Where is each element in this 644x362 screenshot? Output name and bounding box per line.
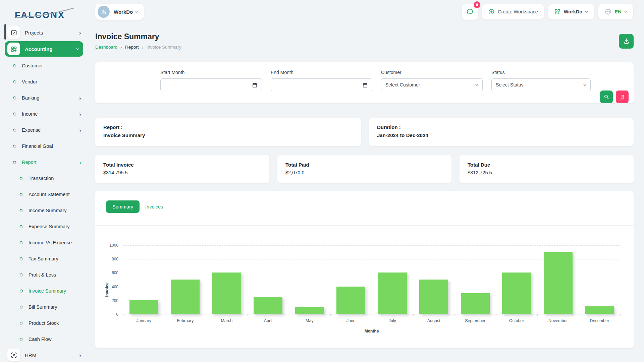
chevron-down-icon: › [582,84,588,86]
x-axis-tick [496,314,496,316]
menu-bullet-icon [13,128,16,132]
bar-september[interactable] [461,293,490,314]
sidebar-item-profit-loss[interactable]: Profit & Loss [0,267,87,283]
sidebar-item-customer[interactable]: Customer [0,58,87,74]
sidebar-item-income-summary[interactable]: Income Summary [0,202,87,219]
sidebar-item-label: Financial Goal [22,143,53,149]
customer-select[interactable]: Select Customer › [381,78,483,91]
bar-january[interactable] [129,300,158,314]
sidebar-item-income-vs-expense[interactable]: Income Vs Expense [0,235,87,251]
globe-icon [604,8,612,15]
bars-layer [123,245,620,314]
menu-bullet-icon [19,177,23,180]
menu-bullet-icon [19,209,23,213]
clear-filter-icon [620,94,625,100]
x-axis-label: February [165,318,206,323]
tab-summary[interactable]: Summary [106,200,140,213]
x-axis-label: December [579,318,621,323]
bar-slot [165,245,206,314]
app-menu-button[interactable]: WorkDo › [548,4,594,19]
bar-slot [579,245,621,314]
bar-august[interactable] [419,280,448,314]
bar-may[interactable] [295,307,324,314]
bar-slot [206,245,248,314]
app-menu-label: WorkDo [564,9,582,14]
sidebar-item-transaction[interactable]: Transaction [0,170,87,186]
report-card: Report : Invoice Summary [95,118,361,146]
sidebar-item-vendor[interactable]: Vendor [0,74,87,90]
category-icon [10,46,17,53]
y-axis-tick-label: 0 [102,312,118,317]
language-code: EN [615,9,622,14]
sidebar-item-banking[interactable]: Banking› [0,90,87,106]
breadcrumb-item[interactable]: Report [125,45,139,50]
sidebar-item-accounting[interactable]: Accounting› [5,41,83,57]
logo-text: FALCONX [15,10,65,20]
bar-december[interactable] [585,306,614,314]
sidebar-item-hrm[interactable]: HRM› [0,347,87,362]
chevron-right-icon: › [79,95,81,101]
bar-november[interactable] [544,252,573,314]
bar-june[interactable] [336,287,365,314]
summary-info-row: Report : Invoice Summary Duration : Jan-… [95,118,634,146]
sidebar-item-cash-flow[interactable]: Cash Flow [0,331,87,347]
total-paid-value: $2,070.0 [285,170,443,175]
x-axis-title: Months [123,329,620,334]
bar-march[interactable] [212,273,241,314]
sidebar-item-income[interactable]: Income› [0,106,87,122]
logo: FALCONX [0,0,87,24]
sidebar-item-tax-summary[interactable]: Tax Summary [0,251,87,267]
total-due-label: Total Due [468,162,626,168]
sidebar-item-invoice-summary[interactable]: Invoice Summary [0,283,87,299]
sidebar-item-account-statement[interactable]: Account Statement [0,186,87,202]
customer-field: Customer Select Customer › [381,70,483,103]
status-select[interactable]: Select Status › [491,78,591,91]
workspace-switcher[interactable]: WorkDo › [95,4,144,20]
sidebar-item-bill-summary[interactable]: Bill Summary [0,299,87,315]
bar-april[interactable] [254,297,282,314]
sidebar-nav: Projects›Accounting›CustomerVendorBankin… [0,24,87,362]
download-button[interactable] [619,34,634,49]
status-label: Status [491,70,591,75]
menu-bullet-icon [13,80,16,84]
start-month-placeholder: --------- ---- [165,82,191,87]
menu-bullet-icon [13,161,16,164]
x-axis-tick [454,314,455,316]
create-workspace-button[interactable]: Create Workspace [482,4,544,19]
chevron-down-icon: › [134,11,141,13]
sidebar-item-expense[interactable]: Expense› [0,122,87,138]
report-card-value: Invoice Summary [103,132,353,138]
language-selector[interactable]: EN › [598,4,633,19]
sidebar-item-label: Transaction [29,176,54,181]
plus-circle-icon [488,8,495,15]
invoice-bar-chart: Invoice 02004006008001000 JanuaryFebruar… [123,245,620,334]
sidebar-scrollbar-thumb[interactable] [4,24,6,40]
x-axis-tick [579,314,579,316]
tab-invoices[interactable]: Invoices [145,204,163,209]
sidebar-item-report[interactable]: Report› [0,154,87,170]
reset-filter-button[interactable] [616,90,629,103]
bar-july[interactable] [378,273,407,314]
sidebar-item-projects[interactable]: Projects› [0,25,87,40]
search-icon [603,94,609,100]
end-month-input[interactable]: --------- ---- [271,78,372,91]
bar-february[interactable] [171,280,200,314]
apply-filter-button[interactable] [600,90,613,103]
start-month-input[interactable]: --------- ---- [160,78,262,91]
sidebar-item-label: Vendor [22,79,37,84]
chat-icon [466,8,474,16]
bar-slot [123,245,165,314]
sidebar-item-expense-summary[interactable]: Expense Summary [0,219,87,235]
bar-october[interactable] [502,273,531,314]
sidebar-item-label: Accounting [25,46,53,52]
x-axis-label: March [206,318,248,323]
bar-slot [372,245,413,314]
messages-button[interactable]: 0 [462,4,478,20]
sidebar-item-financial-goal[interactable]: Financial Goal [0,138,87,154]
breadcrumb-item[interactable]: Dashboard [95,45,117,50]
sidebar-item-product-stock[interactable]: Product Stock [0,315,87,331]
x-axis-label: June [330,318,372,323]
x-axis-tick [537,314,538,316]
checkbox-icon [10,29,17,36]
x-axis-label: October [496,318,538,323]
